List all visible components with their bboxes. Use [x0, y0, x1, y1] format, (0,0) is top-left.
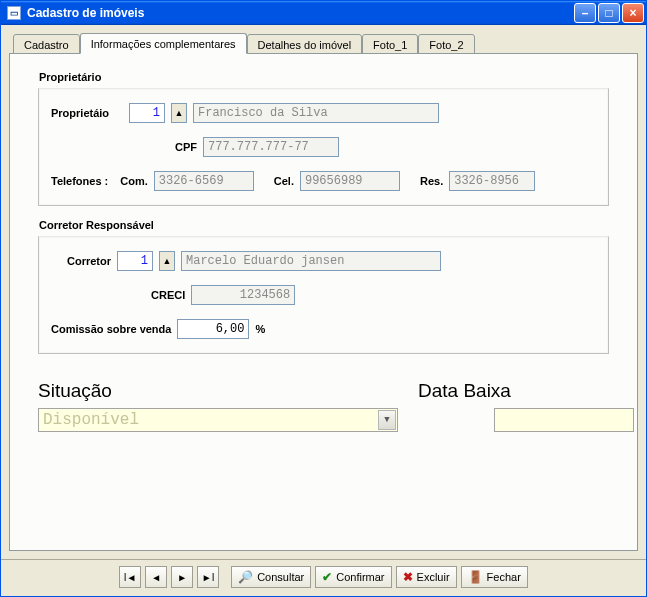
chevron-down-icon: ▼ — [378, 410, 396, 430]
tab-cadastro[interactable]: Cadastro — [13, 34, 80, 55]
x-icon: ✖ — [403, 570, 413, 584]
confirmar-label: Confirmar — [336, 571, 384, 583]
group-proprietario: Proprietário Proprietáio ▲ CPF Telefones… — [38, 88, 609, 206]
com-input[interactable] — [154, 171, 254, 191]
close-button[interactable]: × — [622, 3, 644, 23]
com-label: Com. — [120, 175, 148, 187]
arrow-up-icon: ▲ — [175, 108, 184, 118]
data-baixa-input[interactable] — [494, 408, 634, 432]
corretor-name-input[interactable] — [181, 251, 441, 271]
bottom-fields: Disponível ▼ — [38, 408, 609, 432]
tabpanel-info-complementares: Proprietário Proprietáio ▲ CPF Telefones… — [9, 53, 638, 551]
cel-label: Cel. — [274, 175, 294, 187]
owner-label: Proprietáio — [51, 107, 123, 119]
client-area: Cadastro Informações complementares Deta… — [1, 25, 646, 559]
corretor-id-input[interactable] — [117, 251, 153, 271]
next-record-button[interactable]: ► — [171, 566, 193, 588]
owner-name-input[interactable] — [193, 103, 439, 123]
arrow-up-icon: ▲ — [163, 256, 172, 266]
binoculars-icon: 🔎 — [238, 570, 253, 584]
tab-foto-1[interactable]: Foto_1 — [362, 34, 418, 55]
toolbar: I◄ ◄ ► ►I 🔎 Consultar ✔ Confirmar ✖ Excl… — [1, 559, 646, 596]
situacao-value: Disponível — [43, 411, 139, 429]
group-corretor: Corretor Responsável Corretor ▲ CRECI Co… — [38, 236, 609, 354]
confirmar-button[interactable]: ✔ Confirmar — [315, 566, 391, 588]
corretor-lookup-button[interactable]: ▲ — [159, 251, 175, 271]
excluir-button[interactable]: ✖ Excluir — [396, 566, 457, 588]
maximize-button[interactable]: □ — [598, 3, 620, 23]
last-icon: ►I — [202, 572, 215, 583]
consultar-button[interactable]: 🔎 Consultar — [231, 566, 311, 588]
tab-detalhes[interactable]: Detalhes do imóvel — [247, 34, 363, 55]
app-window: ▭ Cadastro de imóveis – □ × Cadastro Inf… — [0, 0, 647, 597]
cpf-label: CPF — [175, 141, 197, 153]
app-icon: ▭ — [7, 6, 21, 20]
owner-id-input[interactable] — [129, 103, 165, 123]
last-record-button[interactable]: ►I — [197, 566, 219, 588]
fechar-button[interactable]: 🚪 Fechar — [461, 566, 528, 588]
window-title: Cadastro de imóveis — [27, 6, 568, 20]
tab-info-complementares[interactable]: Informações complementares — [80, 33, 247, 54]
minimize-button[interactable]: – — [574, 3, 596, 23]
window-buttons: – □ × — [574, 3, 644, 23]
next-icon: ► — [177, 572, 187, 583]
telefones-label: Telefones : — [51, 175, 108, 187]
first-icon: I◄ — [124, 572, 137, 583]
prev-record-button[interactable]: ◄ — [145, 566, 167, 588]
cpf-input[interactable] — [203, 137, 339, 157]
situacao-label: Situação — [38, 380, 418, 402]
excluir-label: Excluir — [417, 571, 450, 583]
tabstrip: Cadastro Informações complementares Deta… — [9, 33, 638, 54]
corretor-label: Corretor — [51, 255, 111, 267]
creci-label: CRECI — [151, 289, 185, 301]
door-icon: 🚪 — [468, 570, 483, 584]
cel-input[interactable] — [300, 171, 400, 191]
fechar-label: Fechar — [487, 571, 521, 583]
pct-label: % — [255, 323, 265, 335]
comissao-input[interactable] — [177, 319, 249, 339]
res-label: Res. — [420, 175, 443, 187]
creci-input[interactable] — [191, 285, 295, 305]
titlebar: ▭ Cadastro de imóveis – □ × — [1, 1, 646, 25]
data-baixa-label: Data Baixa — [418, 380, 511, 402]
owner-lookup-button[interactable]: ▲ — [171, 103, 187, 123]
prev-icon: ◄ — [151, 572, 161, 583]
check-icon: ✔ — [322, 570, 332, 584]
bottom-labels: Situação Data Baixa — [38, 380, 609, 402]
comissao-label: Comissão sobre venda — [51, 323, 171, 335]
nav-group: I◄ ◄ ► ►I — [119, 566, 219, 588]
consultar-label: Consultar — [257, 571, 304, 583]
tab-foto-2[interactable]: Foto_2 — [418, 34, 474, 55]
group-title-proprietario: Proprietário — [39, 71, 101, 83]
res-input[interactable] — [449, 171, 535, 191]
group-title-corretor: Corretor Responsável — [39, 219, 154, 231]
situacao-select[interactable]: Disponível ▼ — [38, 408, 398, 432]
first-record-button[interactable]: I◄ — [119, 566, 141, 588]
